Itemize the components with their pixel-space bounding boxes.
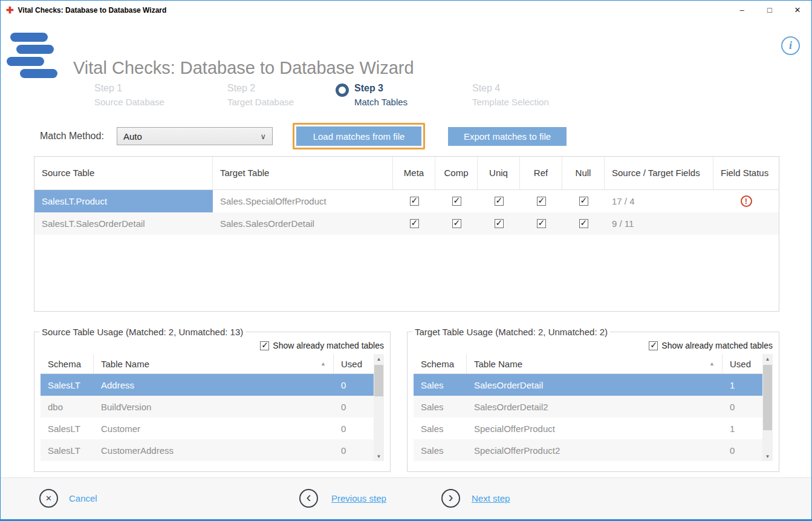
- comp-checkbox[interactable]: [452, 197, 461, 206]
- error-status-icon[interactable]: !: [741, 195, 752, 207]
- next-step-link[interactable]: Next step: [472, 493, 510, 503]
- source-usage-title: Source Table Usage (Matched: 2, Unmatche…: [39, 327, 245, 337]
- match-method-value: Auto: [123, 131, 142, 142]
- active-step-ring-icon: [336, 84, 349, 97]
- show-matched-toggle[interactable]: Show already matched tables: [41, 339, 384, 352]
- match-table: Source Table Target Table Meta Comp Uniq…: [34, 156, 779, 312]
- info-icon[interactable]: i: [781, 36, 800, 55]
- usage-grid-header: Schema Table Name ▲ Used: [41, 354, 374, 374]
- scroll-down-icon[interactable]: ▼: [374, 451, 384, 461]
- null-checkbox[interactable]: [579, 197, 588, 206]
- step-label: Step 2: [227, 83, 294, 94]
- table-name-cell: SpecialOfferProduct: [467, 418, 723, 439]
- match-method-dropdown[interactable]: Auto ∨: [117, 127, 273, 145]
- header-table-name[interactable]: Table Name ▲: [467, 354, 723, 373]
- list-item[interactable]: Sales SalesOrderDetail2 0: [414, 396, 762, 418]
- previous-step-link[interactable]: Previous step: [331, 493, 386, 503]
- schema-cell: Sales: [414, 439, 467, 461]
- header-comp: Comp: [435, 157, 478, 189]
- load-matches-button[interactable]: Load matches from file: [296, 126, 421, 146]
- page-title: Vital Checks: Database to Database Wizar…: [73, 58, 414, 78]
- list-item[interactable]: SalesLT CustomerAddress 0: [41, 439, 374, 461]
- maximize-button[interactable]: □: [756, 1, 784, 19]
- list-item[interactable]: SalesLT Address 0: [41, 374, 374, 396]
- table-name-cell: Address: [94, 374, 334, 396]
- ref-checkbox[interactable]: [537, 219, 546, 228]
- header-table-name[interactable]: Table Name ▲: [94, 354, 334, 373]
- meta-checkbox[interactable]: [410, 197, 419, 206]
- step-4-template-selection[interactable]: Step 4 Template Selection: [472, 83, 549, 107]
- meta-checkbox[interactable]: [410, 219, 419, 228]
- fields-count-cell: 9 / 11: [605, 212, 713, 235]
- show-matched-label: Show already matched tables: [273, 341, 384, 350]
- list-item[interactable]: Sales SpecialOfferProduct2 0: [414, 439, 762, 461]
- step-2-target-database[interactable]: Step 2 Target Database: [227, 83, 294, 107]
- title-bar[interactable]: ✚ Vital Checks: Database to Database Wiz…: [1, 1, 811, 19]
- scroll-up-icon[interactable]: ▲: [762, 354, 773, 364]
- step-3-match-tables[interactable]: Step 3 Match Tables: [354, 83, 408, 107]
- source-table-cell[interactable]: SalesLT.SalesOrderDetail: [34, 212, 213, 235]
- table-name-cell: SpecialOfferProduct2: [467, 439, 723, 461]
- null-checkbox[interactable]: [579, 219, 588, 228]
- used-cell: 0: [334, 396, 374, 418]
- header-used[interactable]: Used: [334, 354, 374, 373]
- chevron-down-icon: ∨: [260, 132, 266, 141]
- main-content: Vital Checks: Database to Database Wizar…: [1, 19, 811, 477]
- step-name: Template Selection: [472, 97, 549, 107]
- target-table-cell[interactable]: Sales.SpecialOfferProduct: [213, 190, 393, 212]
- load-button-highlight: Load matches from file: [293, 123, 425, 149]
- show-matched-toggle[interactable]: Show already matched tables: [414, 339, 773, 352]
- scroll-up-icon[interactable]: ▲: [374, 354, 384, 364]
- export-matches-button[interactable]: Export matches to file: [448, 127, 567, 146]
- header-target-table: Target Table: [213, 157, 393, 189]
- source-table-cell[interactable]: SalesLT.Product: [34, 190, 213, 212]
- ref-checkbox[interactable]: [537, 197, 546, 206]
- table-row[interactable]: SalesLT.SalesOrderDetail Sales.SalesOrde…: [34, 212, 779, 235]
- uniq-checkbox[interactable]: [495, 197, 504, 206]
- step-name: Match Tables: [354, 97, 408, 107]
- cancel-button[interactable]: Cancel: [69, 493, 97, 503]
- scrollbar-thumb[interactable]: [763, 365, 772, 430]
- app-logo-icon: [7, 33, 62, 81]
- list-item[interactable]: Sales SpecialOfferProduct 1: [414, 418, 762, 439]
- next-chevron-icon[interactable]: ›: [441, 489, 460, 508]
- show-matched-checkbox[interactable]: [260, 341, 269, 350]
- sort-ascending-icon: ▲: [709, 361, 715, 367]
- show-matched-label: Show already matched tables: [661, 341, 773, 350]
- close-button[interactable]: ✕: [784, 1, 811, 19]
- uniq-checkbox[interactable]: [495, 219, 504, 228]
- header-schema[interactable]: Schema: [41, 354, 94, 373]
- window-title: Vital Checks: Database to Database Wizar…: [18, 6, 167, 15]
- vertical-scrollbar[interactable]: ▲ ▼: [762, 354, 773, 461]
- target-table-cell[interactable]: Sales.SalesOrderDetail: [213, 212, 393, 235]
- used-cell: 1: [723, 418, 762, 439]
- schema-cell: SalesLT: [41, 374, 94, 396]
- fields-count-cell: 17 / 4: [605, 190, 713, 212]
- step-label: Step 4: [472, 83, 549, 94]
- list-item[interactable]: SalesLT Customer 0: [41, 418, 374, 439]
- header-used[interactable]: Used: [723, 354, 762, 373]
- table-row[interactable]: SalesLT.Product Sales.SpecialOfferProduc…: [34, 190, 779, 212]
- show-matched-checkbox[interactable]: [649, 341, 658, 350]
- header-table-name-label: Table Name: [474, 359, 522, 369]
- cancel-circle-x-icon[interactable]: ✕: [39, 489, 58, 508]
- schema-cell: Sales: [414, 418, 467, 439]
- scroll-down-icon[interactable]: ▼: [762, 451, 773, 461]
- previous-chevron-icon[interactable]: ‹: [299, 489, 318, 508]
- target-table-usage-panel: Target Table Usage (Matched: 2, Unmatche…: [407, 327, 779, 472]
- used-cell: 0: [723, 396, 762, 418]
- header-schema[interactable]: Schema: [414, 354, 467, 373]
- scrollbar-thumb[interactable]: [374, 365, 383, 396]
- list-item[interactable]: dbo BuildVersion 0: [41, 396, 374, 418]
- list-item[interactable]: Sales SalesOrderDetail 1: [414, 374, 762, 396]
- step-1-source-database[interactable]: Step 1 Source Database: [94, 83, 164, 107]
- minimize-button[interactable]: –: [728, 1, 756, 19]
- usage-grid-header: Schema Table Name ▲ Used: [414, 354, 762, 374]
- footer-bar: ✕ Cancel ‹ Previous step › Next step: [1, 477, 811, 519]
- schema-cell: Sales: [414, 374, 467, 396]
- comp-checkbox[interactable]: [452, 219, 461, 228]
- header-field-status: Field Status: [713, 157, 779, 189]
- schema-cell: SalesLT: [41, 439, 94, 461]
- wizard-steps: Step 1 Source Database Step 2 Target Dat…: [1, 83, 811, 114]
- vertical-scrollbar[interactable]: ▲ ▼: [374, 354, 384, 461]
